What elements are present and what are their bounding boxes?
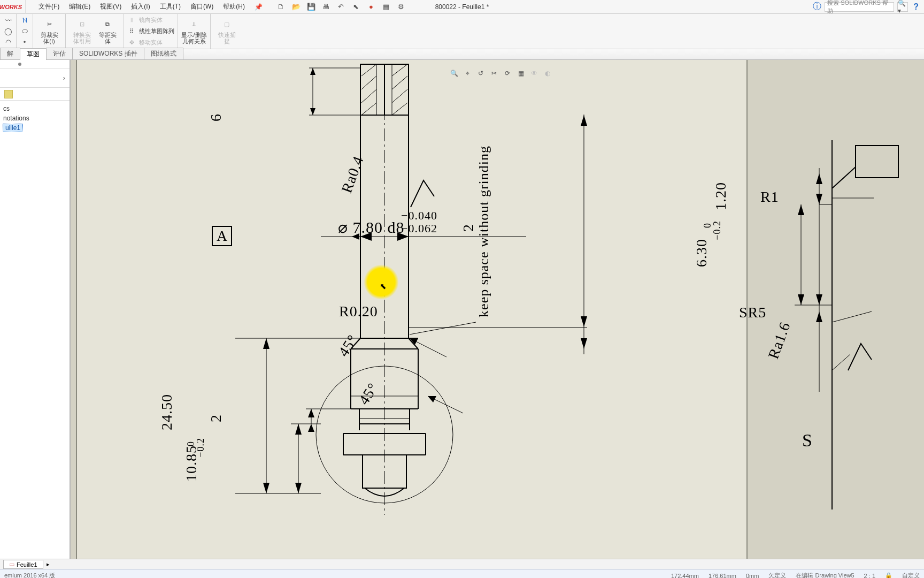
menu-view[interactable]: 视图(V): [97, 1, 125, 12]
status-x: 172.44mm: [671, 573, 699, 579]
dim-2-right[interactable]: 2: [461, 224, 476, 232]
menu-pin-icon[interactable]: 📌: [251, 2, 266, 12]
dim-r020[interactable]: R0.20: [339, 304, 378, 319]
dim-2[interactable]: 2: [209, 414, 224, 422]
tree-item-pcs[interactable]: cs: [3, 104, 66, 113]
add-sheet-button[interactable]: ▸: [47, 561, 50, 568]
svg-marker-32: [581, 316, 587, 327]
ellipse-tool-icon[interactable]: ⬭: [20, 27, 29, 35]
print-icon[interactable]: 🖶: [321, 2, 331, 12]
feature-tree: cs notations uille1: [0, 101, 70, 136]
svg-line-12: [392, 76, 407, 89]
dim-tol-upper: −0.040: [401, 210, 437, 222]
status-lock-icon[interactable]: 🔒: [885, 572, 892, 578]
list-icon[interactable]: ▦: [381, 2, 391, 12]
mirror-entities-button: ⦀镜向实体: [127, 16, 174, 25]
menu-window[interactable]: 窗口(W): [187, 1, 217, 12]
detail-view-right: [795, 140, 898, 509]
status-custom: 自定义: [902, 572, 920, 578]
drawing-canvas[interactable]: 🔍 ⌖ ↺ ✂ ⟳ ▦ 👁 ◐: [71, 60, 924, 559]
svg-line-9: [361, 89, 376, 103]
dim-r1[interactable]: R1: [760, 189, 779, 204]
svg-line-8: [361, 76, 376, 89]
point-tool-icon[interactable]: •: [20, 38, 29, 47]
offset-entities-button[interactable]: ⧉ 等距实 体: [95, 18, 120, 44]
tab-sheetformat[interactable]: 图纸格式: [144, 48, 183, 59]
note-keep-space[interactable]: keep space without grinding: [477, 146, 491, 317]
svg-line-77: [832, 311, 872, 322]
search-input[interactable]: 搜索 SOLIDWORKS 帮助: [825, 2, 894, 12]
convert-entities-button: ⊡ 转换实 体引用: [69, 18, 95, 44]
status-z: 0mm: [746, 573, 759, 579]
menu-insert[interactable]: 插入(I): [128, 1, 153, 12]
help-info-icon[interactable]: ⓘ: [813, 1, 821, 12]
tab-evaluate[interactable]: 评估: [46, 48, 73, 59]
svg-line-24: [410, 322, 476, 334]
tree-icon[interactable]: [4, 90, 13, 98]
dim-toln02-left: −0.2: [196, 438, 205, 458]
pattern-icon: ⠿: [127, 27, 136, 36]
dim-630[interactable]: 6.30: [694, 239, 709, 267]
svg-line-13: [392, 89, 407, 103]
status-y: 176.61mm: [709, 573, 736, 579]
select-icon[interactable]: ⬉: [351, 2, 361, 12]
status-bar: emium 2016 x64 版 172.44mm 176.61mm 0mm 欠…: [0, 569, 924, 578]
help-icon[interactable]: ?: [911, 2, 921, 12]
dim-120[interactable]: 1.20: [713, 182, 728, 210]
dim-2450[interactable]: 24.50: [159, 394, 174, 430]
circle-tool-icon[interactable]: ◯: [3, 27, 13, 35]
open-icon[interactable]: 📂: [291, 2, 301, 12]
svg-line-10: [361, 103, 376, 115]
relations-icon: ⊥: [188, 18, 201, 31]
search-dropdown-button[interactable]: 🔍▾: [897, 2, 908, 12]
title-right: ⓘ 搜索 SOLIDWORKS 帮助 🔍▾ ?: [813, 1, 921, 12]
svg-marker-56: [263, 483, 270, 493]
undo-icon[interactable]: ↶: [336, 2, 346, 12]
new-icon[interactable]: 🗋: [276, 2, 286, 12]
drawing-svg: [71, 60, 924, 559]
dim-neg02-right: −0.2: [712, 220, 722, 240]
dim-6[interactable]: 6: [209, 113, 224, 121]
svg-marker-62: [308, 409, 314, 417]
status-defined: 欠定义: [768, 572, 786, 578]
arc-tool-icon[interactable]: ◠: [3, 38, 13, 47]
show-relations-button[interactable]: ⊥ 显示/删除 几何关系: [181, 18, 207, 44]
sheet-tab[interactable]: ▭ Feuille1: [3, 560, 43, 569]
menu-edit[interactable]: 编辑(E): [66, 1, 94, 12]
svg-marker-72: [798, 204, 804, 215]
svg-marker-60: [295, 483, 302, 493]
sw-edition: emium 2016 x64 版: [4, 572, 55, 578]
menu-tools[interactable]: 工具(T): [157, 1, 184, 12]
menu-help[interactable]: 帮助(H): [220, 1, 248, 12]
convert-group: ⊡ 转换实 体引用 ⧉ 等距实 体: [66, 14, 124, 49]
dim-diameter[interactable]: ⌀ 7.80 d8: [338, 219, 405, 235]
spline-tool-icon[interactable]: 〰: [3, 16, 13, 25]
move-icon: ✥: [127, 39, 136, 47]
linear-pattern-button[interactable]: ⠿线性草图阵列: [127, 27, 174, 36]
collapse-panel-icon[interactable]: ›: [63, 74, 65, 82]
dim-0-right: 0: [703, 223, 712, 228]
trim-entities-button[interactable]: ✂ 剪裁实 体(I): [36, 18, 62, 44]
curve-tool-icon[interactable]: Ⲛ: [20, 16, 29, 25]
tree-item-annot[interactable]: notations: [3, 113, 66, 123]
relations-group: ⊥ 显示/删除 几何关系: [178, 14, 211, 49]
svg-line-78: [832, 354, 850, 370]
dim-tol-lower: −0.062: [401, 223, 437, 234]
tab-sketch[interactable]: 草图: [20, 48, 47, 60]
svg-line-80: [832, 167, 856, 188]
snap-icon: ▢: [220, 18, 233, 31]
quick-access-toolbar: 🗋 📂 💾 🖶 ↶ ⬉ ● ▦ ⚙: [276, 2, 406, 12]
menu-file[interactable]: 文件(F): [35, 1, 63, 12]
svg-marker-59: [295, 424, 302, 435]
sketch-tools-group2: Ⲛ ⬭ •: [17, 14, 33, 49]
dim-sr5[interactable]: SR5: [739, 305, 766, 320]
tab-plugins[interactable]: SOLIDWORKS 插件: [72, 48, 144, 59]
convert-icon: ⊡: [75, 18, 88, 31]
tree-item-sheet[interactable]: uille1: [3, 123, 66, 133]
options-icon[interactable]: ⚙: [396, 2, 406, 12]
tab-annotation[interactable]: 解: [0, 48, 20, 59]
rebuild-icon[interactable]: ●: [366, 2, 376, 12]
feature-tree-panel[interactable]: › cs notations uille1: [0, 60, 71, 559]
datum-a[interactable]: A: [212, 226, 232, 246]
save-icon[interactable]: 💾: [306, 2, 316, 12]
